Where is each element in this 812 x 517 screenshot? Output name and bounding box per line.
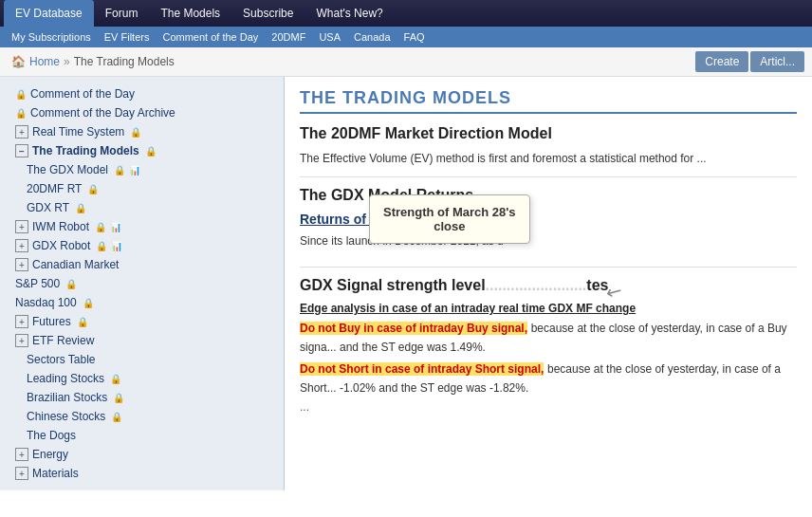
lock-icon: 🔒 — [65, 279, 77, 289]
expand-icon-open: − — [15, 144, 28, 157]
subnav-faq[interactable]: FAQ — [398, 29, 431, 45]
sidebar-item-canadian-market[interactable]: + Canadian Market — [0, 255, 284, 274]
signal1-row: Do not Buy in case of intraday Buy signa… — [300, 319, 797, 356]
sub-nav-bar: My Subscriptions EV Filters Comment of t… — [0, 27, 812, 47]
edge-analysis-label: Edge analysis in case of an intraday rea… — [300, 302, 797, 315]
lock-icon: 🔒 — [83, 298, 94, 308]
special-icon2: 📊 — [110, 222, 121, 232]
sidebar-label-energy: Energy — [32, 448, 68, 461]
expand-icon: + — [15, 125, 28, 138]
special-icon: 📊 — [129, 165, 140, 175]
sidebar-item-etf-review[interactable]: + ETF Review — [0, 331, 284, 350]
subnav-canada[interactable]: Canada — [348, 29, 397, 45]
lock-icon: 🔒 — [145, 146, 157, 157]
sidebar-label-futures: Futures — [32, 315, 71, 328]
subnav-usa[interactable]: USA — [313, 29, 346, 45]
sidebar-label-iwm-robot: IWM Robot — [32, 220, 89, 233]
lock-icon: 🔒 — [95, 222, 106, 232]
lock-icon: 🔒 — [15, 108, 27, 119]
sidebar-item-20dmf-rt[interactable]: 20DMF RT 🔒 — [0, 179, 284, 198]
expand-icon-materials: + — [15, 467, 28, 480]
signal1-highlight: Do not Buy in case of intraday Buy signa… — [300, 322, 527, 335]
sidebar-label-chinese-stocks: Chinese Stocks — [27, 410, 105, 423]
sidebar-label-gdx-rt: GDX RT — [27, 201, 69, 214]
subnav-comment-of-the-day[interactable]: Comment of the Day — [157, 29, 264, 45]
sidebar-label-the-dogs: The Dogs — [27, 429, 76, 442]
expand-icon-energy: + — [15, 448, 28, 461]
breadcrumb-current: The Trading Models — [74, 55, 175, 68]
action-bar: Create Articl... — [695, 51, 804, 72]
sidebar-item-comment-of-the-day[interactable]: 🔒 Comment of the Day — [0, 84, 284, 103]
section1-text: The Effective Volume (EV) method is firs… — [300, 150, 797, 167]
sidebar-label-brazilian-stocks: Brazilian Stocks — [27, 391, 107, 404]
sidebar-item-gdx-model[interactable]: The GDX Model 🔒 📊 — [0, 160, 284, 179]
nav-ev-database[interactable]: EV Database — [4, 0, 94, 27]
page-title: THE TRADING MODELS — [300, 88, 797, 114]
top-nav-bar: EV Database Forum The Models Subscribe W… — [0, 0, 812, 27]
divider1 — [300, 176, 797, 177]
gdx-signal-area: Since its launch in December 2011, as d … — [300, 232, 797, 257]
sidebar-label-sectors-table: Sectors Table — [27, 353, 96, 366]
main-layout: 🔒 Comment of the Day 🔒 Comment of the Da… — [0, 77, 812, 490]
sidebar-label-canadian-market: Canadian Market — [32, 258, 119, 271]
sidebar-label-comment-of-the-day: Comment of the Day — [30, 87, 135, 101]
special-icon3: 📊 — [111, 241, 122, 251]
expand-icon-etf: + — [15, 334, 28, 347]
sidebar-item-gdx-rt[interactable]: GDX RT 🔒 — [0, 198, 284, 217]
breadcrumb-home[interactable]: Home — [29, 55, 60, 68]
sidebar-item-sectors-table[interactable]: Sectors Table — [0, 350, 284, 369]
sidebar: 🔒 Comment of the Day 🔒 Comment of the Da… — [0, 77, 285, 490]
subnav-my-subscriptions[interactable]: My Subscriptions — [6, 29, 97, 45]
sidebar-item-iwm-robot[interactable]: + IWM Robot 🔒 📊 — [0, 217, 284, 236]
nav-forum[interactable]: Forum — [94, 0, 150, 27]
sidebar-label-sp500: S&P 500 — [15, 277, 60, 290]
sidebar-item-comment-archive[interactable]: 🔒 Comment of the Day Archive — [0, 103, 284, 122]
nav-the-models[interactable]: The Models — [149, 0, 231, 27]
sidebar-item-real-time-system[interactable]: + Real Time System 🔒 — [0, 122, 284, 141]
sidebar-item-nasdaq[interactable]: Nasdaq 100 🔒 — [0, 293, 284, 312]
home-icon: 🏠 — [11, 55, 26, 68]
sidebar-label-nasdaq: Nasdaq 100 — [15, 296, 77, 309]
lock-icon: 🔒 — [111, 412, 122, 422]
breadcrumb-separator: » — [64, 55, 70, 68]
sidebar-item-gdx-robot[interactable]: + GDX Robot 🔒 📊 — [0, 236, 284, 255]
breadcrumb: 🏠 Home » The Trading Models — [8, 53, 178, 70]
expand-icon-iwm: + — [15, 220, 28, 233]
sidebar-label-leading-stocks: Leading Stocks — [27, 372, 104, 385]
sidebar-label-materials: Materials — [32, 467, 79, 480]
lock-icon: 🔒 — [113, 393, 124, 403]
sidebar-label-gdx-model: The GDX Model — [27, 163, 108, 176]
sidebar-item-futures[interactable]: + Futures 🔒 — [0, 312, 284, 331]
article-button[interactable]: Articl... — [750, 51, 804, 72]
expand-icon-futures: + — [15, 315, 28, 328]
create-button[interactable]: Create — [695, 51, 748, 72]
sidebar-item-trading-models[interactable]: − The Trading Models 🔒 — [0, 141, 284, 160]
sidebar-item-chinese-stocks[interactable]: Chinese Stocks 🔒 — [0, 407, 284, 426]
lock-icon: 🔒 — [110, 374, 121, 384]
divider2 — [300, 267, 797, 268]
lock-icon: 🔒 — [87, 184, 99, 194]
main-content: THE TRADING MODELS The 20DMF Market Dire… — [285, 77, 812, 490]
nav-subscribe[interactable]: Subscribe — [231, 0, 304, 27]
sidebar-item-energy[interactable]: + Energy — [0, 445, 284, 464]
signal2-row: Do not Short in case of intraday Short s… — [300, 360, 797, 397]
lock-icon: 🔒 — [130, 127, 141, 138]
sidebar-item-sp500[interactable]: S&P 500 🔒 — [0, 274, 284, 293]
sidebar-item-the-dogs[interactable]: The Dogs — [0, 426, 284, 445]
sidebar-label-20dmf-rt: 20DMF RT — [27, 182, 82, 195]
nav-whats-new[interactable]: What's New? — [304, 0, 394, 27]
sidebar-item-materials[interactable]: + Materials — [0, 464, 284, 483]
subnav-ev-filters[interactable]: EV Filters — [99, 29, 156, 45]
content-ellipsis: ... — [300, 400, 797, 414]
lock-icon: 🔒 — [77, 317, 88, 327]
expand-icon-gdx-robot: + — [15, 239, 28, 252]
lock-icon: 🔒 — [96, 241, 107, 251]
callout-box: Strength of March 28's close — [369, 194, 530, 244]
sidebar-item-brazilian-stocks[interactable]: Brazilian Stocks 🔒 — [0, 388, 284, 407]
subnav-20dmf[interactable]: 20DMF — [266, 29, 311, 45]
lock-icon: 🔒 — [75, 203, 86, 213]
sidebar-item-leading-stocks[interactable]: Leading Stocks 🔒 — [0, 369, 284, 388]
sidebar-label-comment-archive: Comment of the Day Archive — [30, 106, 175, 120]
lock-icon: 🔒 — [15, 89, 27, 100]
sidebar-label-real-time-system: Real Time System — [32, 125, 124, 138]
